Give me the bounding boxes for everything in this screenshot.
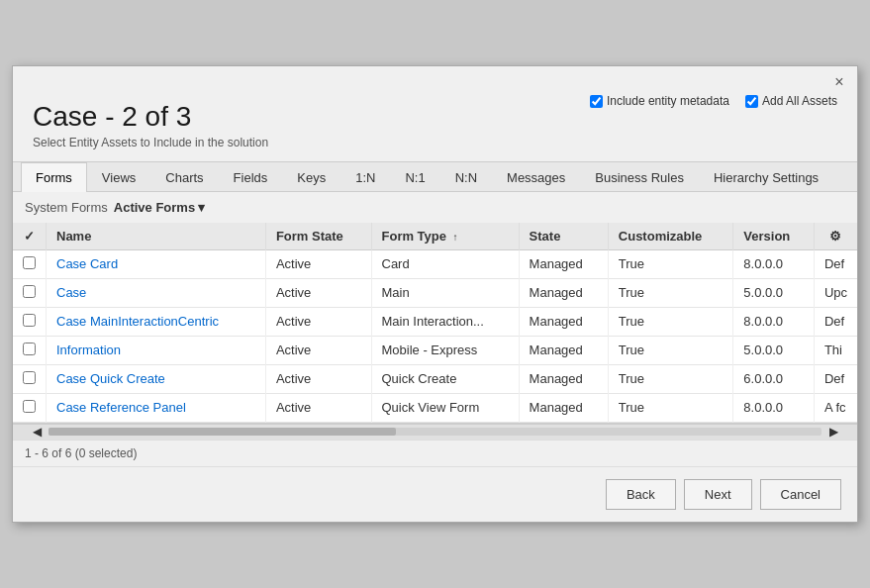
col-form-state[interactable]: Form State <box>265 223 371 250</box>
forms-table-container[interactable]: ✓ Name Form State Form Type ↑ State Cust… <box>13 223 857 423</box>
close-button[interactable]: × <box>829 72 849 92</box>
table-row: Case Quick CreateActiveQuick CreateManag… <box>13 364 857 393</box>
row-checkbox-cell[interactable] <box>13 364 47 393</box>
next-button[interactable]: Next <box>684 479 752 510</box>
col-customizable[interactable]: Customizable <box>608 223 733 250</box>
tab-nn[interactable]: N:N <box>440 162 492 192</box>
row-extra: A fc <box>814 393 857 422</box>
row-checkbox[interactable] <box>23 400 36 413</box>
tab-n1[interactable]: N:1 <box>390 162 439 192</box>
row-checkbox-cell[interactable] <box>13 278 47 307</box>
add-all-assets-option[interactable]: Add All Assets <box>745 94 837 108</box>
row-form-type: Mobile - Express <box>371 336 519 364</box>
dropdown-icon: ▾ <box>198 200 205 215</box>
row-name[interactable]: Case Reference Panel <box>47 393 266 422</box>
tab-messages[interactable]: Messages <box>492 162 580 192</box>
row-name[interactable]: Case <box>47 278 266 307</box>
form-name-link[interactable]: Case Quick Create <box>56 371 165 386</box>
row-state: Managed <box>519 336 608 364</box>
row-form-type: Main <box>371 278 519 307</box>
row-version: 5.0.0.0 <box>733 336 815 364</box>
table-row: Case MainInteractionCentricActiveMain In… <box>13 307 857 336</box>
row-customizable: True <box>608 278 733 307</box>
scroll-right-button[interactable]: ▶ <box>825 424 841 440</box>
row-checkbox-cell[interactable] <box>13 249 47 278</box>
tab-keys[interactable]: Keys <box>282 162 340 192</box>
table-body: Case CardActiveCardManagedTrue8.0.0.0Def… <box>13 249 857 422</box>
row-customizable: True <box>608 393 733 422</box>
row-checkbox[interactable] <box>23 314 36 327</box>
include-metadata-label: Include entity metadata <box>607 94 729 108</box>
form-name-link[interactable]: Case Card <box>56 256 118 271</box>
col-version[interactable]: Version <box>733 223 815 250</box>
row-customizable: True <box>608 307 733 336</box>
row-form-type: Card <box>371 249 519 278</box>
row-name[interactable]: Case MainInteractionCentric <box>47 307 266 336</box>
row-customizable: True <box>608 249 733 278</box>
header-options: Include entity metadata Add All Assets <box>590 94 837 108</box>
row-name[interactable]: Case Quick Create <box>47 364 266 393</box>
row-state: Managed <box>519 307 608 336</box>
horizontal-scrollbar[interactable]: ◀ ▶ <box>13 424 857 440</box>
row-form-type: Quick View Form <box>371 393 519 422</box>
form-name-link[interactable]: Case Reference Panel <box>56 400 186 415</box>
row-form-state: Active <box>265 249 371 278</box>
tab-hierarchy-settings[interactable]: Hierarchy Settings <box>699 162 833 192</box>
add-all-assets-checkbox[interactable] <box>745 95 758 108</box>
row-checkbox[interactable] <box>23 256 36 269</box>
row-state: Managed <box>519 393 608 422</box>
cancel-button[interactable]: Cancel <box>760 479 841 510</box>
row-form-type: Main Interaction... <box>371 307 519 336</box>
tab-views[interactable]: Views <box>87 162 150 192</box>
dialog-subtitle: Select Entity Assets to Include in the s… <box>33 136 837 149</box>
row-customizable: True <box>608 364 733 393</box>
row-checkbox-cell[interactable] <box>13 307 47 336</box>
row-checkbox-cell[interactable] <box>13 336 47 364</box>
scroll-track[interactable] <box>48 428 822 436</box>
system-forms-label: System Forms <box>25 200 108 215</box>
footer-bar: Back Next Cancel <box>13 466 857 522</box>
row-form-type: Quick Create <box>371 364 519 393</box>
forms-filter-bar: System Forms Active Forms ▾ <box>13 192 857 223</box>
form-name-link[interactable]: Case <box>56 285 86 300</box>
include-metadata-checkbox[interactable] <box>590 95 603 108</box>
row-checkbox[interactable] <box>23 371 36 384</box>
row-version: 5.0.0.0 <box>733 278 815 307</box>
scroll-thumb <box>48 428 396 436</box>
col-state[interactable]: State <box>519 223 608 250</box>
col-check[interactable]: ✓ <box>13 223 47 250</box>
tab-1n[interactable]: 1:N <box>340 162 390 192</box>
row-checkbox[interactable] <box>23 343 36 355</box>
tab-forms[interactable]: Forms <box>21 162 87 192</box>
scroll-left-button[interactable]: ◀ <box>29 424 45 440</box>
sort-icon: ↑ <box>453 232 458 243</box>
form-name-link[interactable]: Case MainInteractionCentric <box>56 314 219 329</box>
tab-charts[interactable]: Charts <box>150 162 218 192</box>
row-name[interactable]: Information <box>47 336 266 364</box>
tab-fields[interactable]: Fields <box>219 162 283 192</box>
include-metadata-option[interactable]: Include entity metadata <box>590 94 729 108</box>
form-name-link[interactable]: Information <box>56 343 121 357</box>
table-row: Case Reference PanelActiveQuick View For… <box>13 393 857 422</box>
status-text: 1 - 6 of 6 (0 selected) <box>25 446 137 460</box>
back-button[interactable]: Back <box>606 479 676 510</box>
row-form-state: Active <box>265 336 371 364</box>
table-row: InformationActiveMobile - ExpressManaged… <box>13 336 857 364</box>
row-checkbox[interactable] <box>23 285 36 298</box>
row-checkbox-cell[interactable] <box>13 393 47 422</box>
row-form-state: Active <box>265 393 371 422</box>
active-forms-dropdown[interactable]: Active Forms ▾ <box>114 200 205 215</box>
content-area: System Forms Active Forms ▾ ✓ Name Form … <box>13 192 857 424</box>
row-state: Managed <box>519 364 608 393</box>
tab-business-rules[interactable]: Business Rules <box>580 162 699 192</box>
col-form-type[interactable]: Form Type ↑ <box>371 223 519 250</box>
row-version: 6.0.0.0 <box>733 364 815 393</box>
col-gear[interactable]: ⚙ <box>814 223 857 250</box>
row-version: 8.0.0.0 <box>733 307 815 336</box>
row-extra: Upc <box>814 278 857 307</box>
row-version: 8.0.0.0 <box>733 249 815 278</box>
col-name[interactable]: Name <box>47 223 266 250</box>
row-version: 8.0.0.0 <box>733 393 815 422</box>
status-bar: 1 - 6 of 6 (0 selected) <box>13 440 857 466</box>
row-name[interactable]: Case Card <box>47 249 266 278</box>
